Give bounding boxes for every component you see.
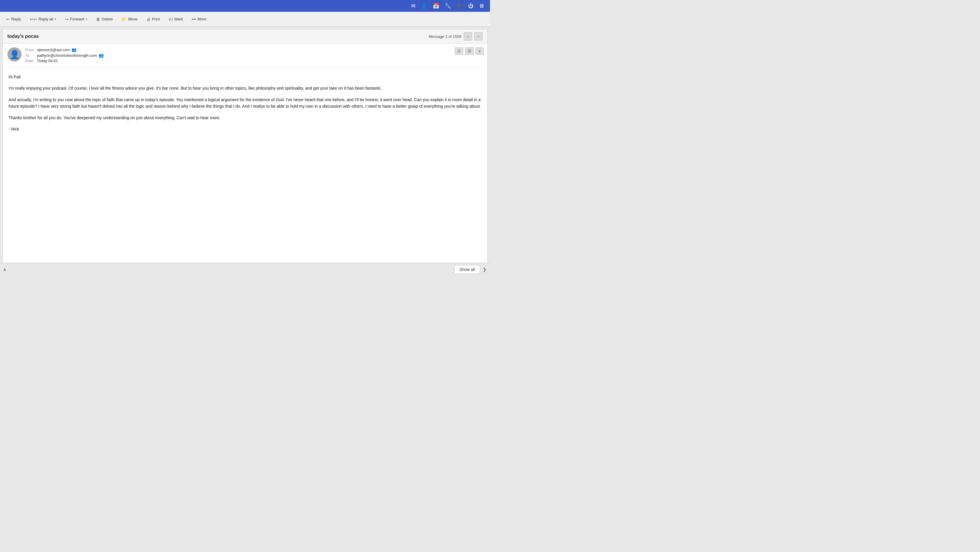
email-header-bar: today's pocas Message 1 of 1559 ‹ ›	[3, 29, 487, 44]
monitor-icon[interactable]: 🖥	[479, 3, 484, 9]
meta-fields: From njenson2@aol.com 👥 To patflynn@chro…	[25, 47, 483, 64]
mark-icon: 🏷	[169, 17, 173, 22]
avatar-person-icon: 👤	[10, 50, 20, 59]
email-container: today's pocas Message 1 of 1559 ‹ › 👤 Fr…	[2, 29, 488, 263]
reply-button[interactable]: ↩ Reply	[2, 15, 25, 24]
person-icon[interactable]: 👤	[421, 3, 427, 9]
add-contact-to-icon[interactable]: 👥	[99, 53, 104, 58]
print-button[interactable]: 🖨 Print	[142, 15, 164, 24]
from-label: From	[25, 48, 37, 52]
delete-label: Delete	[102, 17, 113, 21]
wrench-icon[interactable]: 🔧	[444, 3, 451, 9]
meta-action-icons: ⟨⟩ ☰ ∨	[455, 47, 484, 55]
move-label: Move	[128, 17, 137, 21]
power-icon[interactable]: ⏻	[468, 3, 473, 9]
show-all-button[interactable]: Show all	[454, 265, 480, 274]
email-subject: today's pocas	[7, 34, 39, 39]
print-label: Print	[152, 17, 160, 21]
mark-label: Mark	[174, 17, 183, 21]
forward-label: Forward	[70, 17, 84, 21]
add-contact-icon[interactable]: 👥	[72, 47, 76, 52]
reply-all-dropdown-icon: ▾	[55, 18, 56, 21]
to-label: To	[25, 53, 37, 58]
body-signature: - Nick	[9, 126, 481, 132]
bottom-bar: ∧ Show all ❯	[0, 263, 490, 276]
plus-icon[interactable]: ➕	[456, 3, 463, 9]
body-greeting: Hi Pat!	[9, 73, 481, 80]
mark-button[interactable]: 🏷 Mark	[165, 15, 187, 24]
expand-icon[interactable]: ❯	[483, 267, 487, 272]
date-row: Date Today 04:41	[25, 59, 483, 63]
print-icon: 🖨	[146, 17, 150, 22]
message-counter-text: Message 1 of 1559	[428, 34, 461, 39]
reply-all-icon: ↩↩	[30, 17, 37, 22]
forward-dropdown-icon: ▾	[86, 18, 87, 21]
to-value: patflynn@chroniclesofstrength.com 👥	[37, 53, 104, 58]
email-meta-section: 👤 From njenson2@aol.com 👥 To patflynn@ch…	[3, 44, 487, 68]
prev-message-button[interactable]: ‹	[464, 32, 472, 40]
options-button[interactable]: ☰	[465, 47, 474, 55]
reply-all-button[interactable]: ↩↩ Reply all ▾	[26, 15, 60, 24]
collapse-button[interactable]: ∧	[3, 267, 6, 273]
body-paragraph-1: I'm really enjoying your podcast. Of cou…	[9, 85, 481, 91]
date-label: Date	[25, 59, 37, 63]
calendar-icon[interactable]: 📅	[433, 3, 439, 9]
from-value: njenson2@aol.com 👥	[37, 47, 76, 52]
next-message-button[interactable]: ›	[474, 32, 483, 40]
move-icon: 📁	[121, 17, 126, 22]
source-button[interactable]: ⟨⟩	[455, 47, 463, 55]
body-paragraph-2: And actually, I'm writing to you now abo…	[9, 96, 481, 110]
delete-icon: 🗑	[96, 17, 100, 22]
more-label: More	[198, 17, 207, 21]
from-row: From njenson2@aol.com 👥	[25, 47, 483, 52]
email-toolbar: ↩ Reply ↩↩ Reply all ▾ ↪ Forward ▾ 🗑 Del…	[0, 12, 490, 27]
more-button[interactable]: ••• More	[188, 15, 210, 24]
forward-button[interactable]: ↪ Forward ▾	[61, 15, 91, 24]
bottom-left-controls: ∧	[3, 267, 6, 273]
mail-icon[interactable]: ✉	[411, 3, 415, 9]
top-navigation-bar: ✉ 👤 📅 🔧 ➕ ⏻ 🖥	[0, 0, 490, 12]
from-email: njenson2@aol.com	[37, 48, 70, 52]
reply-icon: ↩	[6, 17, 10, 22]
sender-avatar: 👤	[7, 47, 22, 62]
delete-button[interactable]: 🗑 Delete	[92, 15, 117, 24]
reply-all-label: Reply all	[38, 17, 53, 21]
date-value: Today 04:41	[37, 59, 58, 63]
reply-label: Reply	[11, 17, 21, 21]
more-icon: •••	[192, 17, 196, 22]
collapse-header-button[interactable]: ∨	[476, 47, 484, 55]
to-row: To patflynn@chroniclesofstrength.com 👥	[25, 53, 483, 58]
forward-icon: ↪	[65, 17, 68, 22]
email-body: Hi Pat! I'm really enjoying your podcast…	[3, 68, 487, 143]
message-counter-group: Message 1 of 1559 ‹ ›	[428, 32, 483, 40]
move-button[interactable]: 📁 Move	[118, 15, 141, 24]
body-paragraph-3: Thanks brother for all you do. You've de…	[9, 115, 481, 121]
to-email: patflynn@chroniclesofstrength.com	[37, 53, 97, 58]
